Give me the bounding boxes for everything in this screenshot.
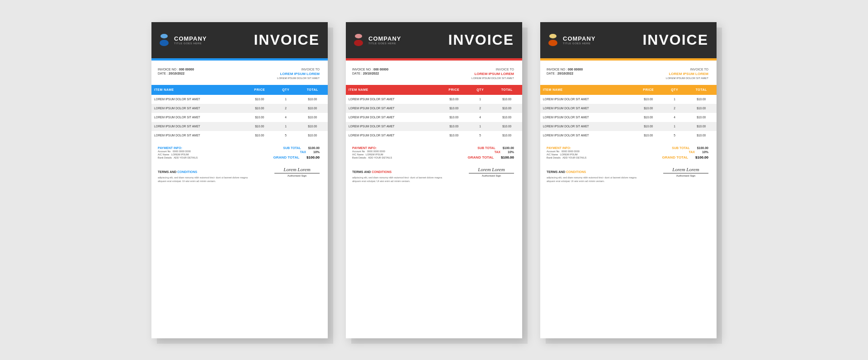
subtotal-value: $100.00 (308, 146, 320, 150)
table-cell-0-3: $10.00 (686, 95, 717, 104)
table-cell-2-0: LOREM IPSUM DOLOR SIT AMET (151, 113, 245, 122)
logo-text: COMPANY TITLE GOES HERE (563, 35, 595, 45)
invoice-card-invoice-blue: COMPANY TITLE GOES HERE INVOICE INVOICE … (151, 22, 328, 338)
payment-ac: A/C Name LOREM IPSUM (547, 153, 586, 156)
table-cell-4-1: $10.00 (439, 131, 469, 140)
table-cell-4-0: LOREM IPSUM DOLOR SIT AMET (540, 131, 634, 140)
invoice-meta: INVOICE NO : 000 00000 DATE : 20/10/2022… (540, 61, 717, 85)
grand-total-label: GRAND TOTAL (468, 155, 494, 159)
invoice-card-invoice-red: COMPANY TITLE GOES HERE INVOICE INVOICE … (346, 22, 522, 338)
logo-icon (158, 34, 170, 47)
tax-value: 10% (508, 150, 514, 154)
table-cell-4-2: 5 (663, 131, 686, 140)
logo-icon-bottom (354, 40, 363, 46)
table-cell-1-1: $10.00 (634, 104, 663, 113)
terms-title: TERMS AND CONDITIONS (158, 170, 197, 173)
subtotal-value: $100.00 (697, 146, 708, 150)
terms-text: TERMS AND CONDITIONS adipiscing elit, se… (547, 167, 637, 183)
totals-area: SUB TOTAL $100.00 TAX 10% GRAND TOTAL $1… (274, 146, 320, 159)
table-cell-1-1: $10.00 (245, 104, 274, 113)
table-cell-2-1: $10.00 (439, 113, 469, 122)
table-cell-3-1: $10.00 (634, 122, 663, 131)
invoice-wrapper: COMPANY TITLE GOES HERE INVOICE INVOICE … (151, 22, 717, 338)
logo-text: COMPANY TITLE GOES HERE (368, 35, 401, 45)
table-header-3: TOTAL (297, 85, 328, 95)
payment-account: Account No 0000 0000 0000 (158, 150, 198, 153)
logo-area: COMPANY TITLE GOES HERE (352, 34, 401, 47)
table-cell-4-1: $10.00 (245, 131, 274, 140)
table-header-3: TOTAL (686, 85, 717, 95)
table-cell-2-3: $10.00 (297, 113, 328, 122)
tax-row: TAX 10% (300, 150, 320, 154)
table-cell-1-2: 2 (663, 104, 686, 113)
invoice-table: ITEM NAMEPRICEQTYTOTALLOREM IPSUM DOLOR … (346, 85, 522, 140)
table-cell-1-2: 2 (274, 104, 297, 113)
table-cell-2-2: 4 (663, 113, 686, 122)
table-row: LOREM IPSUM DOLOR SIT AMET$10.001$10.00 (540, 122, 717, 131)
table-cell-1-0: LOREM IPSUM DOLOR SIT AMET (151, 104, 245, 113)
logo-area: COMPANY TITLE GOES HERE (158, 34, 207, 47)
table-cell-1-1: $10.00 (439, 104, 469, 113)
date-label: DATE : 20/10/2022 (547, 72, 583, 75)
logo-icon-bottom (160, 40, 169, 46)
table-cell-4-2: 5 (469, 131, 492, 140)
table-row: LOREM IPSUM DOLOR SIT AMET$10.005$10.00 (540, 131, 717, 140)
table-header-2: QTY (274, 85, 297, 95)
terms-section: TERMS AND CONDITIONS adipiscing elit, se… (346, 163, 522, 183)
table-cell-1-3: $10.00 (297, 104, 328, 113)
signature-name: Lorem Lorem (274, 167, 320, 172)
invoice-title: INVOICE (254, 32, 320, 48)
payment-ac: A/C Name LOREM IPSUM (158, 153, 198, 156)
table-cell-3-3: $10.00 (297, 122, 328, 131)
payment-info: PAYMENT INFO: Account No 0000 0000 0000 … (158, 146, 198, 159)
table-cell-0-2: 1 (274, 95, 297, 104)
table-row: LOREM IPSUM DOLOR SIT AMET$10.004$10.00 (151, 113, 328, 122)
company-subtitle: TITLE GOES HERE (174, 42, 207, 45)
meta-right: INVOICE TO LOREM IPSUM LOREM LOREM IPSUM… (472, 68, 514, 79)
table-cell-4-0: LOREM IPSUM DOLOR SIT AMET (151, 131, 245, 140)
invoice-header: COMPANY TITLE GOES HERE INVOICE (346, 22, 522, 58)
table-cell-2-0: LOREM IPSUM DOLOR SIT AMET (540, 113, 634, 122)
invoice-to-name: LOREM IPSUM LOREM (666, 72, 708, 76)
payment-title: PAYMENT INFO: (158, 146, 198, 150)
table-cell-3-2: 1 (274, 122, 297, 131)
table-cell-1-3: $10.00 (491, 104, 522, 113)
table-cell-3-1: $10.00 (439, 122, 469, 131)
table-header-0: ITEM NAME (346, 85, 439, 95)
tax-row: TAX 10% (689, 150, 709, 154)
table-header-0: ITEM NAME (540, 85, 634, 95)
table-cell-2-3: $10.00 (686, 113, 717, 122)
table-row: LOREM IPSUM DOLOR SIT AMET$10.002$10.00 (540, 104, 717, 113)
table-row: LOREM IPSUM DOLOR SIT AMET$10.002$10.00 (346, 104, 522, 113)
signature-area: Lorem Lorem Authorised Sign (663, 167, 708, 177)
meta-right: INVOICE TO LOREM IPSUM LOREM LOREM IPSUM… (666, 68, 708, 79)
signature-area: Lorem Lorem Authorised Sign (274, 167, 320, 177)
meta-left: INVOICE NO : 000 00000 DATE : 20/10/2022 (547, 68, 583, 79)
table-cell-0-0: LOREM IPSUM DOLOR SIT AMET (346, 95, 439, 104)
table-row: LOREM IPSUM DOLOR SIT AMET$10.001$10.00 (151, 95, 328, 104)
table-cell-3-0: LOREM IPSUM DOLOR SIT AMET (540, 122, 634, 131)
terms-body: adipiscing elit, sed diam nonumy nibh eu… (352, 176, 443, 183)
table-cell-3-0: LOREM IPSUM DOLOR SIT AMET (346, 122, 439, 131)
terms-section: TERMS AND CONDITIONS adipiscing elit, se… (151, 163, 328, 183)
table-cell-2-2: 4 (469, 113, 492, 122)
invoice-title: INVOICE (642, 32, 708, 48)
table-cell-3-3: $10.00 (491, 122, 522, 131)
table-header-1: PRICE (245, 85, 274, 95)
table-row: LOREM IPSUM DOLOR SIT AMET$10.001$10.00 (151, 122, 328, 131)
subtotal-label: SUB TOTAL (477, 146, 495, 150)
table-header-1: PRICE (439, 85, 469, 95)
table-cell-2-1: $10.00 (245, 113, 274, 122)
payment-ac: A/C Name LOREM IPSUM (352, 153, 392, 156)
signature-name: Lorem Lorem (663, 167, 708, 172)
invoice-no-label: INVOICE NO : 000 00000 (547, 68, 583, 71)
table-cell-3-1: $10.00 (245, 122, 274, 131)
invoice-card-invoice-yellow: COMPANY TITLE GOES HERE INVOICE INVOICE … (540, 22, 717, 338)
table-cell-0-1: $10.00 (439, 95, 469, 104)
tax-label: TAX (689, 150, 695, 154)
invoice-to-label: INVOICE TO (472, 68, 514, 71)
terms-text: TERMS AND CONDITIONS adipiscing elit, se… (158, 167, 248, 183)
grand-total-label: GRAND TOTAL (274, 155, 299, 159)
payment-bank: Bank Details ADD YOUR DETAILS (547, 156, 586, 159)
table-cell-4-3: $10.00 (297, 131, 328, 140)
